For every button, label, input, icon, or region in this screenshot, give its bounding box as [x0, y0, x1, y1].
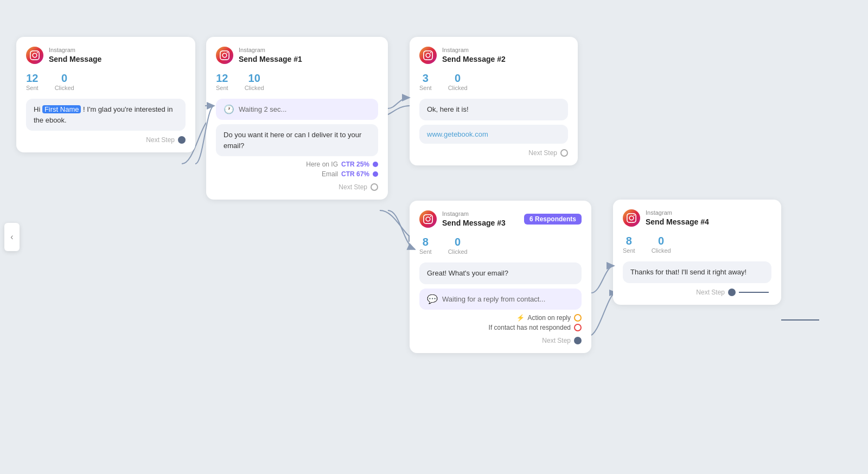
card1-next-step-dot — [178, 136, 186, 144]
card4-clicked-label: Clicked — [448, 248, 468, 255]
card4-sent-label: Sent — [419, 248, 432, 255]
card5-next-step-dot — [728, 289, 736, 296]
card3-header-text: Instagram Send Message #2 — [442, 47, 506, 63]
instagram-icon-2 — [216, 47, 233, 64]
left-nav-button[interactable]: ‹ — [4, 223, 20, 251]
card3-sent-stat: 3 Sent — [419, 72, 432, 91]
card5-next-step-line — [739, 291, 771, 293]
card5-header: Instagram Send Message #4 — [623, 209, 771, 227]
card2-ctr25-badge: CTR 25% — [341, 161, 369, 168]
card5-sent-num: 8 — [626, 234, 632, 247]
instagram-icon-5 — [623, 209, 640, 227]
card4-clicked-num: 0 — [455, 235, 461, 248]
card-send-message-1: Instagram Send Message #1 12 Sent 10 Cli… — [206, 37, 388, 200]
card5-title: Send Message #4 — [646, 217, 709, 227]
card3-sent-label: Sent — [419, 85, 432, 91]
card2-clicked-stat: 10 Clicked — [245, 72, 264, 91]
card3-message1-text: Ok, here it is! — [427, 105, 469, 113]
card4-next-step[interactable]: Next Step — [419, 337, 582, 344]
card5-sent-stat: 8 Sent — [623, 234, 635, 254]
card5-stats: 8 Sent 0 Clicked — [623, 234, 771, 254]
card2-header-text: Instagram Send Message #1 — [239, 47, 302, 63]
card1-stats: 12 Sent 0 Clicked — [26, 72, 186, 91]
card2-stats: 12 Sent 10 Clicked — [216, 72, 378, 91]
card4-waiting-text: Waiting for a reply from contact... — [442, 295, 545, 303]
card5-platform: Instagram — [646, 209, 709, 216]
card5-next-step[interactable]: Next Step — [623, 289, 771, 296]
card2-title: Send Message #1 — [239, 54, 302, 64]
card3-header: Instagram Send Message #2 — [419, 47, 568, 64]
card5-clicked-label: Clicked — [652, 247, 671, 254]
card5-header-text: Instagram Send Message #4 — [646, 209, 709, 226]
card-send-message-4: Instagram Send Message #4 8 Sent 0 Click… — [613, 200, 781, 305]
card4-header-text: Instagram Send Message #3 — [442, 210, 506, 227]
card3-next-step-dot — [560, 149, 568, 157]
card2-next-step-dot — [371, 183, 378, 191]
card2-sent-num: 12 — [216, 72, 228, 85]
card2-clicked-num: 10 — [248, 72, 260, 85]
card1-clicked-label: Clicked — [55, 85, 74, 91]
card1-sent-num: 12 — [26, 72, 38, 85]
card-send-message-3: Instagram Send Message #3 6 Respondents … — [410, 201, 591, 353]
card4-action-reply-row: ⚡ Action on reply — [419, 314, 582, 322]
card2-next-step[interactable]: Next Step — [216, 183, 378, 191]
card4-header: Instagram Send Message #3 6 Respondents — [419, 210, 582, 228]
card4-platform: Instagram — [442, 210, 506, 217]
card4-respondents-badge: 6 Respondents — [524, 214, 582, 225]
card1-clicked-num: 0 — [61, 72, 67, 85]
card4-message-text: Great! What's your email? — [427, 269, 508, 277]
card3-stats: 3 Sent 0 Clicked — [419, 72, 568, 91]
card4-not-responded-dot — [574, 324, 582, 331]
card1-next-step[interactable]: Next Step — [26, 136, 186, 144]
card1-clicked-stat: 0 Clicked — [55, 72, 74, 91]
card2-clicked-label: Clicked — [245, 85, 264, 91]
card-send-message-2: Instagram Send Message #2 3 Sent 0 Click… — [410, 37, 578, 165]
card3-title: Send Message #2 — [442, 54, 506, 64]
card4-action-on-reply-label: Action on reply — [528, 314, 571, 322]
instagram-icon-4 — [419, 210, 437, 228]
instagram-icon-1 — [26, 47, 43, 64]
card5-message: Thanks for that! I'll send it right away… — [623, 261, 771, 283]
card3-platform: Instagram — [442, 47, 506, 54]
card4-sent-num: 8 — [423, 235, 429, 248]
card2-next-step-label: Next Step — [339, 183, 367, 191]
card1-title: Send Message — [49, 54, 101, 64]
card2-waiting-text: Waiting 2 sec... — [239, 105, 286, 113]
card-send-message: Instagram Send Message 12 Sent 0 Clicked… — [16, 37, 195, 152]
card4-next-step-label: Next Step — [542, 337, 571, 344]
card3-clicked-num: 0 — [455, 72, 461, 85]
card2-ctr67-badge: CTR 67% — [341, 170, 369, 178]
card2-message-text: Do you want it here or can I deliver it … — [224, 131, 361, 150]
reply-icon-4: 💬 — [427, 294, 438, 304]
card2-ctr25-dot — [373, 162, 378, 167]
card4-clicked-stat: 0 Clicked — [448, 235, 468, 255]
card4-not-responded-label: If contact has not responded — [489, 324, 571, 331]
card3-link: www.getebook.com — [427, 130, 488, 138]
card3-next-step-label: Next Step — [528, 149, 557, 157]
card3-sent-num: 3 — [423, 72, 429, 85]
card2-ctr2-row: Email CTR 67% — [216, 170, 378, 178]
card3-message2: www.getebook.com — [419, 125, 568, 144]
card3-clicked-stat: 0 Clicked — [448, 72, 468, 91]
card3-next-step[interactable]: Next Step — [419, 149, 568, 157]
card4-sent-stat: 8 Sent — [419, 235, 432, 255]
card4-next-step-dot — [574, 337, 582, 344]
card4-message: Great! What's your email? — [419, 262, 582, 284]
card4-title: Send Message #3 — [442, 218, 506, 228]
card2-ctr1-row: Here on IG CTR 25% — [216, 161, 378, 168]
card1-header: Instagram Send Message — [26, 47, 186, 64]
card2-sent-stat: 12 Sent — [216, 72, 228, 91]
card1-hi-text: Hi — [34, 105, 40, 113]
lightning-icon-4: ⚡ — [516, 314, 525, 322]
card5-message-text: Thanks for that! I'll send it right away… — [630, 268, 746, 276]
card5-next-step-label: Next Step — [696, 289, 725, 296]
card4-stats: 8 Sent 0 Clicked — [419, 235, 582, 255]
card4-not-responded-row: If contact has not responded — [419, 324, 582, 331]
card2-here-on-ig-label: Here on IG — [306, 161, 338, 168]
card2-sent-label: Sent — [216, 85, 228, 91]
card1-firstname-tag: First Name — [42, 105, 81, 113]
card5-clicked-num: 0 — [658, 234, 664, 247]
card2-message: Do you want it here or can I deliver it … — [216, 124, 378, 156]
card1-platform: Instagram — [49, 47, 101, 54]
left-arrow-icon: ‹ — [10, 232, 13, 242]
